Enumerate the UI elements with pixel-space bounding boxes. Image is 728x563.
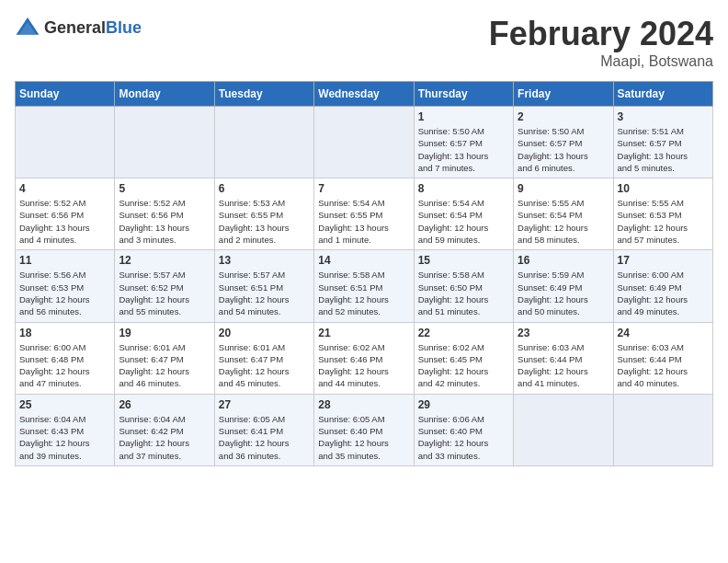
calendar-cell: 26Sunrise: 6:04 AM Sunset: 6:42 PM Dayli…: [115, 394, 214, 465]
calendar-cell: 6Sunrise: 5:53 AM Sunset: 6:55 PM Daylig…: [214, 178, 313, 250]
day-number: 16: [518, 254, 609, 267]
day-number: 22: [418, 327, 509, 339]
day-number: 9: [518, 182, 609, 195]
day-detail: Sunrise: 6:03 AM Sunset: 6:44 PM Dayligh…: [518, 341, 609, 390]
calendar-cell: 20Sunrise: 6:01 AM Sunset: 6:47 PM Dayli…: [214, 322, 313, 394]
title-block: February 2024 Maapi, Botswana: [489, 15, 713, 70]
day-number: 24: [618, 327, 709, 339]
calendar-cell: [613, 394, 712, 465]
day-detail: Sunrise: 6:04 AM Sunset: 6:43 PM Dayligh…: [19, 413, 110, 462]
logo-text: GeneralBlue: [44, 18, 142, 38]
day-number: 19: [119, 327, 210, 339]
calendar-cell: 5Sunrise: 5:52 AM Sunset: 6:56 PM Daylig…: [115, 178, 214, 250]
month-year-title: February 2024: [489, 15, 713, 53]
day-of-week-header: Wednesday: [314, 82, 414, 107]
calendar-cell: 17Sunrise: 6:00 AM Sunset: 6:49 PM Dayli…: [613, 250, 712, 322]
calendar-cell: 18Sunrise: 6:00 AM Sunset: 6:48 PM Dayli…: [16, 322, 115, 394]
calendar-week-row: 25Sunrise: 6:04 AM Sunset: 6:43 PM Dayli…: [16, 394, 713, 465]
calendar-cell: 23Sunrise: 6:03 AM Sunset: 6:44 PM Dayli…: [514, 322, 613, 394]
day-number: 12: [119, 254, 210, 267]
day-number: 20: [219, 327, 310, 339]
day-detail: Sunrise: 6:06 AM Sunset: 6:40 PM Dayligh…: [418, 413, 509, 462]
day-detail: Sunrise: 5:50 AM Sunset: 6:57 PM Dayligh…: [418, 125, 509, 174]
day-of-week-header: Sunday: [16, 82, 115, 107]
calendar-cell: 7Sunrise: 5:54 AM Sunset: 6:55 PM Daylig…: [314, 178, 414, 250]
calendar-header-row: SundayMondayTuesdayWednesdayThursdayFrid…: [16, 82, 713, 107]
day-number: 1: [418, 110, 509, 123]
day-detail: Sunrise: 6:00 AM Sunset: 6:48 PM Dayligh…: [19, 341, 110, 390]
calendar-cell: 8Sunrise: 5:54 AM Sunset: 6:54 PM Daylig…: [414, 178, 513, 250]
logo-general: General: [44, 18, 106, 37]
day-of-week-header: Thursday: [414, 82, 513, 107]
calendar-cell: 2Sunrise: 5:50 AM Sunset: 6:57 PM Daylig…: [514, 107, 613, 178]
calendar-week-row: 11Sunrise: 5:56 AM Sunset: 6:53 PM Dayli…: [16, 250, 713, 322]
day-number: 7: [318, 182, 409, 195]
day-number: 21: [318, 327, 409, 339]
calendar-cell: [115, 107, 214, 178]
day-detail: Sunrise: 6:01 AM Sunset: 6:47 PM Dayligh…: [119, 341, 210, 390]
day-number: 11: [19, 254, 110, 267]
day-number: 15: [418, 254, 509, 267]
day-number: 8: [418, 182, 509, 195]
day-detail: Sunrise: 5:57 AM Sunset: 6:52 PM Dayligh…: [119, 269, 210, 317]
calendar-cell: 15Sunrise: 5:58 AM Sunset: 6:50 PM Dayli…: [414, 250, 513, 322]
logo: GeneralBlue: [15, 15, 142, 40]
day-detail: Sunrise: 6:03 AM Sunset: 6:44 PM Dayligh…: [618, 341, 709, 390]
day-detail: Sunrise: 6:05 AM Sunset: 6:41 PM Dayligh…: [219, 413, 310, 462]
calendar-cell: [514, 394, 613, 465]
day-detail: Sunrise: 5:58 AM Sunset: 6:51 PM Dayligh…: [318, 269, 409, 317]
day-number: 26: [119, 398, 210, 411]
calendar-cell: 28Sunrise: 6:05 AM Sunset: 6:40 PM Dayli…: [314, 394, 414, 465]
day-number: 10: [618, 182, 709, 195]
day-number: 23: [518, 327, 609, 339]
day-detail: Sunrise: 6:05 AM Sunset: 6:40 PM Dayligh…: [318, 413, 409, 462]
calendar-cell: 4Sunrise: 5:52 AM Sunset: 6:56 PM Daylig…: [16, 178, 115, 250]
day-detail: Sunrise: 5:55 AM Sunset: 6:53 PM Dayligh…: [618, 197, 709, 246]
calendar-table: SundayMondayTuesdayWednesdayThursdayFrid…: [15, 81, 713, 466]
calendar-cell: 9Sunrise: 5:55 AM Sunset: 6:54 PM Daylig…: [514, 178, 613, 250]
calendar-week-row: 18Sunrise: 6:00 AM Sunset: 6:48 PM Dayli…: [16, 322, 713, 394]
calendar-cell: [214, 107, 313, 178]
day-number: 27: [219, 398, 310, 411]
calendar-cell: 19Sunrise: 6:01 AM Sunset: 6:47 PM Dayli…: [115, 322, 214, 394]
calendar-cell: [314, 107, 414, 178]
calendar-cell: 1Sunrise: 5:50 AM Sunset: 6:57 PM Daylig…: [414, 107, 513, 178]
day-detail: Sunrise: 5:58 AM Sunset: 6:50 PM Dayligh…: [418, 269, 509, 317]
day-detail: Sunrise: 5:53 AM Sunset: 6:55 PM Dayligh…: [219, 197, 310, 246]
day-detail: Sunrise: 5:54 AM Sunset: 6:55 PM Dayligh…: [318, 197, 409, 246]
day-number: 13: [219, 254, 310, 267]
day-number: 3: [618, 110, 709, 123]
page-header: GeneralBlue February 2024 Maapi, Botswan…: [15, 15, 713, 70]
day-number: 6: [219, 182, 310, 195]
day-number: 29: [418, 398, 509, 411]
calendar-cell: [16, 107, 115, 178]
calendar-cell: 13Sunrise: 5:57 AM Sunset: 6:51 PM Dayli…: [214, 250, 313, 322]
day-of-week-header: Friday: [514, 82, 613, 107]
day-detail: Sunrise: 6:00 AM Sunset: 6:49 PM Dayligh…: [618, 269, 709, 317]
calendar-cell: 3Sunrise: 5:51 AM Sunset: 6:57 PM Daylig…: [613, 107, 712, 178]
day-number: 18: [19, 327, 110, 339]
calendar-cell: 14Sunrise: 5:58 AM Sunset: 6:51 PM Dayli…: [314, 250, 414, 322]
day-detail: Sunrise: 5:54 AM Sunset: 6:54 PM Dayligh…: [418, 197, 509, 246]
day-detail: Sunrise: 5:55 AM Sunset: 6:54 PM Dayligh…: [518, 197, 609, 246]
day-number: 2: [518, 110, 609, 123]
calendar-cell: 29Sunrise: 6:06 AM Sunset: 6:40 PM Dayli…: [414, 394, 513, 465]
day-detail: Sunrise: 5:57 AM Sunset: 6:51 PM Dayligh…: [219, 269, 310, 317]
calendar-cell: 16Sunrise: 5:59 AM Sunset: 6:49 PM Dayli…: [514, 250, 613, 322]
day-of-week-header: Saturday: [613, 82, 712, 107]
calendar-cell: 24Sunrise: 6:03 AM Sunset: 6:44 PM Dayli…: [613, 322, 712, 394]
day-detail: Sunrise: 5:56 AM Sunset: 6:53 PM Dayligh…: [19, 269, 110, 317]
day-number: 28: [318, 398, 409, 411]
calendar-week-row: 1Sunrise: 5:50 AM Sunset: 6:57 PM Daylig…: [16, 107, 713, 178]
day-detail: Sunrise: 5:59 AM Sunset: 6:49 PM Dayligh…: [518, 269, 609, 317]
day-detail: Sunrise: 6:02 AM Sunset: 6:45 PM Dayligh…: [418, 341, 509, 390]
day-number: 25: [19, 398, 110, 411]
day-detail: Sunrise: 5:52 AM Sunset: 6:56 PM Dayligh…: [119, 197, 210, 246]
day-detail: Sunrise: 6:04 AM Sunset: 6:42 PM Dayligh…: [119, 413, 210, 462]
calendar-cell: 21Sunrise: 6:02 AM Sunset: 6:46 PM Dayli…: [314, 322, 414, 394]
calendar-cell: 11Sunrise: 5:56 AM Sunset: 6:53 PM Dayli…: [16, 250, 115, 322]
day-of-week-header: Tuesday: [214, 82, 313, 107]
calendar-cell: 10Sunrise: 5:55 AM Sunset: 6:53 PM Dayli…: [613, 178, 712, 250]
day-number: 14: [318, 254, 409, 267]
location-subtitle: Maapi, Botswana: [489, 53, 713, 70]
